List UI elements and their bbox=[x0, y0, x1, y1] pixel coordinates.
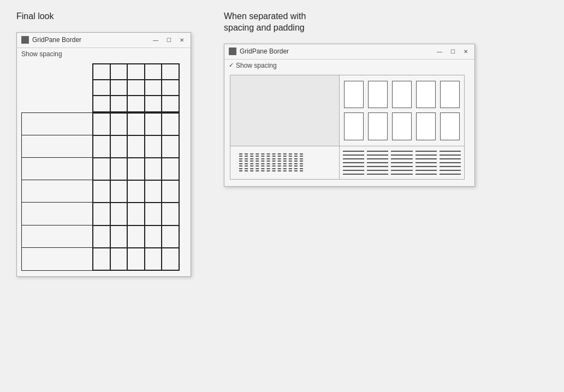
cell bbox=[110, 203, 128, 225]
left-minimize-btn[interactable]: — bbox=[151, 35, 160, 44]
cell bbox=[110, 225, 128, 248]
cell bbox=[22, 158, 92, 180]
spacing-cell bbox=[392, 112, 412, 140]
cell bbox=[162, 248, 179, 270]
spacing-cell bbox=[367, 166, 388, 167]
svg-rect-5 bbox=[233, 49, 235, 51]
spacing-cell bbox=[440, 81, 460, 109]
right-app-icon bbox=[229, 47, 236, 55]
cell bbox=[93, 96, 110, 111]
cell bbox=[22, 203, 92, 225]
right-window: GridPane Border — ☐ ✕ ✓ Show spacing bbox=[224, 44, 475, 187]
cell bbox=[162, 113, 179, 135]
right-window-title: GridPane Border bbox=[240, 47, 432, 55]
spacing-cell bbox=[415, 166, 437, 167]
dashed-row bbox=[239, 170, 303, 171]
cell bbox=[145, 80, 162, 96]
spacing-cell bbox=[391, 162, 412, 163]
spacing-cell bbox=[440, 174, 461, 175]
cell bbox=[22, 180, 92, 203]
spacing-cell bbox=[415, 158, 437, 159]
cell bbox=[145, 158, 162, 180]
spacing-cell bbox=[367, 174, 388, 175]
left-grid-container bbox=[21, 63, 180, 271]
cell bbox=[145, 180, 162, 203]
left-top-right-grid bbox=[92, 63, 180, 112]
spacing-cell bbox=[367, 155, 388, 156]
cell bbox=[162, 64, 179, 80]
cell bbox=[162, 158, 179, 180]
left-title: Final look bbox=[16, 11, 54, 22]
spacing-cell bbox=[368, 81, 388, 109]
spacing-cell bbox=[392, 81, 412, 109]
cell bbox=[93, 180, 110, 203]
cell bbox=[162, 135, 179, 158]
cell bbox=[22, 225, 92, 248]
spacing-cell bbox=[415, 174, 437, 175]
spacing-cell bbox=[416, 81, 436, 109]
spacing-cell bbox=[391, 158, 412, 159]
svg-rect-4 bbox=[230, 49, 232, 51]
cell bbox=[93, 203, 110, 225]
spacing-cell bbox=[440, 170, 461, 171]
right-title: When separated with spacing and padding bbox=[224, 11, 306, 34]
spacing-cell bbox=[367, 162, 388, 163]
right-menubar: ✓ Show spacing bbox=[224, 60, 474, 73]
spacing-cell bbox=[343, 174, 364, 175]
cell bbox=[110, 113, 128, 135]
spacing-cell bbox=[391, 155, 412, 156]
cell bbox=[145, 248, 162, 270]
dashed-row bbox=[239, 168, 303, 169]
left-maximize-btn[interactable]: ☐ bbox=[164, 35, 173, 44]
cell bbox=[127, 158, 145, 180]
left-close-btn[interactable]: ✕ bbox=[177, 35, 186, 44]
quadrant-top-left bbox=[230, 75, 340, 146]
cell bbox=[22, 113, 92, 135]
spacing-cell bbox=[440, 151, 461, 152]
cell bbox=[110, 158, 128, 180]
left-main-grid bbox=[21, 112, 180, 271]
cell bbox=[22, 135, 92, 158]
quadrant-top-right bbox=[340, 75, 464, 146]
svg-rect-1 bbox=[26, 37, 28, 39]
left-menu-item[interactable]: Show spacing bbox=[21, 50, 62, 58]
spacing-cell bbox=[415, 170, 437, 171]
spacing-cell bbox=[415, 155, 437, 156]
right-menu-item[interactable]: Show spacing bbox=[236, 62, 277, 69]
spacing-cell bbox=[343, 151, 364, 152]
cell bbox=[145, 203, 162, 225]
spacing-cell bbox=[367, 170, 388, 171]
cell bbox=[110, 64, 128, 80]
spacing-cell bbox=[343, 155, 364, 156]
cell bbox=[93, 158, 110, 180]
cell bbox=[145, 96, 162, 111]
cell bbox=[162, 80, 179, 96]
cell bbox=[127, 113, 145, 135]
spacing-cell bbox=[415, 151, 437, 152]
dashed-row bbox=[239, 156, 303, 157]
left-titlebar: GridPane Border — ☐ ✕ bbox=[17, 33, 191, 48]
cell bbox=[127, 80, 145, 96]
spacing-cell bbox=[343, 166, 364, 167]
quadrant-bottom-right bbox=[340, 146, 464, 179]
cell bbox=[162, 203, 179, 225]
cell bbox=[127, 96, 145, 111]
cell bbox=[93, 113, 110, 135]
spacing-cell bbox=[367, 151, 388, 152]
cell bbox=[162, 180, 179, 203]
spacing-cell bbox=[391, 174, 412, 175]
cell bbox=[145, 113, 162, 135]
right-quadrant-grid bbox=[230, 75, 465, 180]
svg-rect-6 bbox=[230, 52, 232, 54]
svg-rect-3 bbox=[26, 40, 28, 43]
spacing-cell bbox=[391, 151, 412, 152]
spacing-cell bbox=[440, 158, 461, 159]
spacing-cell bbox=[367, 158, 388, 159]
right-close-btn[interactable]: ✕ bbox=[461, 47, 470, 56]
cell bbox=[93, 80, 110, 96]
cell bbox=[145, 135, 162, 158]
cell bbox=[110, 180, 128, 203]
dashed-row bbox=[239, 163, 303, 164]
right-maximize-btn[interactable]: ☐ bbox=[448, 47, 457, 56]
right-minimize-btn[interactable]: — bbox=[435, 47, 444, 56]
